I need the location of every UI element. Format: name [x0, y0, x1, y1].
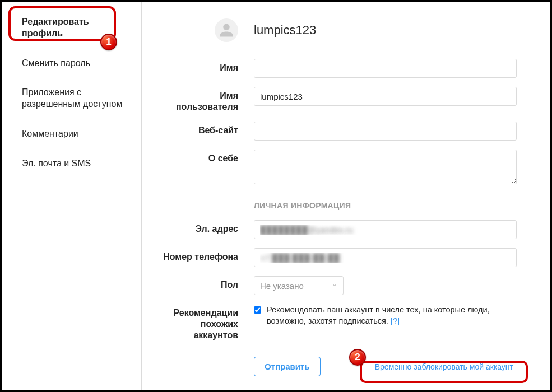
email-label: Эл. адрес [159, 220, 254, 235]
email-input[interactable] [254, 220, 517, 239]
name-label: Имя [159, 59, 254, 73]
recommend-text: Рекомендовать ваш аккаунт в числе тех, н… [267, 304, 517, 327]
sidebar-item-email-sms[interactable]: Эл. почта и SMS [2, 149, 141, 179]
personal-info-heading: ЛИЧНАЯ ИНФОРМАЦИЯ [254, 201, 517, 210]
edit-profile-panel: lumpics123 Имя Имя пользователя Веб-сайт… [142, 2, 550, 390]
website-input[interactable] [254, 122, 517, 141]
disable-account-link[interactable]: Временно заблокировать мой аккаунт [372, 360, 517, 374]
recommend-help-link[interactable]: [?] [391, 316, 400, 325]
recommend-checkbox[interactable] [254, 306, 261, 314]
username-input[interactable] [254, 87, 517, 106]
person-icon [219, 22, 234, 38]
gender-label: Пол [159, 276, 254, 291]
website-label: Веб-сайт [159, 122, 254, 136]
settings-sidebar: Редактировать профиль Сменить пароль При… [2, 2, 142, 390]
sidebar-item-edit-profile[interactable]: Редактировать профиль [2, 7, 141, 49]
recommend-label: Рекомендации похожих аккаунтов [159, 304, 254, 341]
bio-label: О себе [159, 150, 254, 164]
name-input[interactable] [254, 59, 517, 78]
sidebar-item-change-password[interactable]: Сменить пароль [2, 49, 141, 78]
username-heading: lumpics123 [254, 23, 316, 38]
username-label: Имя пользователя [159, 87, 254, 113]
submit-button[interactable]: Отправить [254, 357, 321, 376]
phone-label: Номер телефона [159, 248, 254, 263]
phone-input[interactable] [254, 248, 517, 267]
bio-textarea[interactable] [254, 150, 517, 184]
sidebar-item-authorized-apps[interactable]: Приложения с разрешенным доступом [2, 78, 141, 119]
gender-select[interactable]: Не указано [254, 276, 344, 295]
avatar[interactable] [215, 18, 238, 42]
sidebar-item-comments[interactable]: Комментарии [2, 119, 141, 149]
